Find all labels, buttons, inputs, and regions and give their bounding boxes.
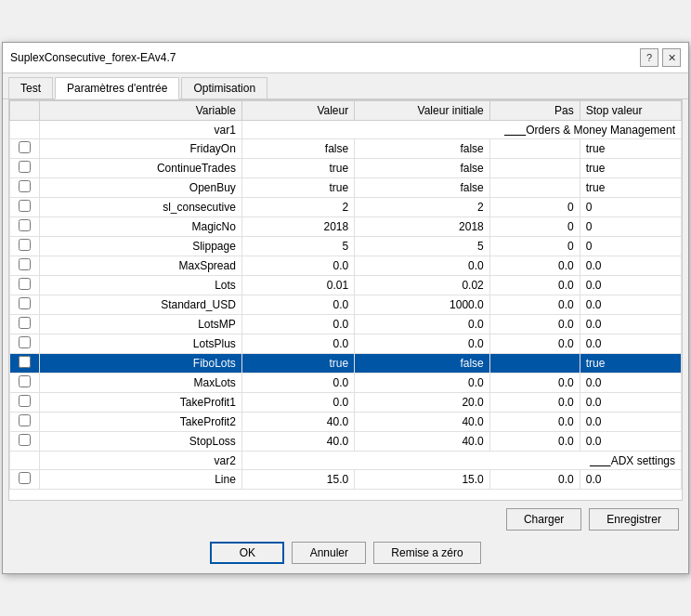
row-checkbox[interactable] [19,141,31,153]
table-row[interactable]: Lots0.010.020.00.0 [10,276,682,295]
window-title: SuplexConsecutive_forex-EAv4.7 [10,51,176,64]
row-checkbox[interactable] [19,317,31,329]
table-row[interactable]: TakeProfit10.020.00.00.0 [10,393,682,413]
row-variable: MaxLots [39,374,241,393]
row-checkbox[interactable] [19,200,31,212]
row-stop: 0.0 [580,432,681,452]
row-stop: 0.0 [580,315,681,334]
remise-a-zero-button[interactable]: Remise a zéro [373,542,480,564]
table-row[interactable]: LotsPlus0.00.00.00.0 [10,334,682,354]
row-checkbox[interactable] [19,258,31,270]
row-valeur-initiale: 2 [355,198,490,217]
row-checkbox[interactable] [19,161,31,173]
row-valeur-initiale: 0.0 [355,315,490,334]
section-header-cell: ADX settings [241,452,681,470]
row-checkbox-cell[interactable] [10,237,40,256]
row-checkbox-cell[interactable] [10,198,40,217]
row-checkbox[interactable] [19,414,31,426]
tab-test[interactable]: Test [8,77,53,98]
row-valeur: true [241,159,354,178]
row-valeur-initiale: 0.02 [355,276,490,295]
row-pas [489,178,580,198]
row-stop: 0.0 [580,256,681,276]
row-checkbox-cell[interactable] [10,217,40,237]
table-scroll-area[interactable]: Variable Valeur Valeur initiale Pas Stop… [9,100,682,500]
col-valeur-header: Valeur [241,101,354,121]
row-stop: 0 [580,237,681,256]
col-valeur-initiale-header: Valeur initiale [355,101,490,121]
row-variable: var2 [39,452,241,470]
row-checkbox[interactable] [19,180,31,192]
charger-button[interactable]: Charger [506,508,581,531]
row-checkbox-cell[interactable] [10,276,40,295]
row-checkbox-cell[interactable] [10,159,40,178]
enregistrer-button[interactable]: Enregistrer [589,508,679,531]
row-valeur-initiale: 0.0 [355,256,490,276]
row-checkbox-cell[interactable] [10,295,40,315]
row-valeur-initiale: false [355,354,490,374]
row-checkbox-cell[interactable] [10,315,40,334]
row-checkbox[interactable] [19,472,31,484]
row-pas: 0 [489,198,580,217]
table-row[interactable]: MaxSpread0.00.00.00.0 [10,256,682,276]
row-checkbox-cell[interactable] [10,354,40,374]
row-stop: 0.0 [580,413,681,432]
row-checkbox-cell[interactable] [10,139,40,159]
help-button[interactable]: ? [640,48,658,67]
table-row[interactable]: LotsMP0.00.00.00.0 [10,315,682,334]
annuler-button[interactable]: Annuler [292,542,366,564]
row-checkbox-cell[interactable] [10,432,40,452]
row-checkbox[interactable] [19,239,31,251]
col-checkbox [10,101,40,121]
row-valeur-initiale: false [355,139,490,159]
row-variable: TakeProfit1 [39,393,241,413]
row-checkbox[interactable] [19,297,31,309]
row-checkbox-cell[interactable] [10,470,40,490]
tab-optimisation[interactable]: Optimisation [181,77,267,98]
footer-buttons-row2: OK Annuler Remise a zéro [3,538,688,573]
table-row[interactable]: OpenBuytruefalsetrue [10,178,682,198]
row-checkbox[interactable] [19,356,31,368]
row-checkbox[interactable] [19,336,31,348]
row-valeur-initiale: false [355,178,490,198]
row-checkbox-cell[interactable] [10,374,40,393]
table-row[interactable]: FridayOnfalsefalsetrue [10,139,682,159]
row-valeur: 0.0 [241,256,354,276]
table-row[interactable]: sl_consecutive2200 [10,198,682,217]
row-checkbox[interactable] [19,434,31,446]
table-row[interactable]: Slippage5500 [10,237,682,256]
row-checkbox-cell[interactable] [10,334,40,354]
row-valeur: 5 [241,237,354,256]
row-checkbox-cell[interactable] [10,413,40,432]
row-variable: LotsMP [39,315,241,334]
close-button[interactable]: ✕ [662,48,681,67]
table-row[interactable]: Standard_USD0.01000.00.00.0 [10,295,682,315]
table-row[interactable]: var1 Orders & Money Management [10,121,682,139]
row-valeur: 40.0 [241,432,354,452]
row-checkbox-cell[interactable] [10,178,40,198]
table-row[interactable]: Line15.015.00.00.0 [10,470,682,490]
row-checkbox[interactable] [19,395,31,407]
table-container: Variable Valeur Valeur initiale Pas Stop… [8,99,683,501]
row-pas [489,139,580,159]
row-checkbox-cell[interactable] [10,256,40,276]
table-row[interactable]: var2 ADX settings [10,452,682,470]
table-row[interactable]: FiboLotstruefalsetrue [10,354,682,374]
table-row[interactable]: TakeProfit240.040.00.00.0 [10,413,682,432]
table-row[interactable]: StopLoss40.040.00.00.0 [10,432,682,452]
tab-parametres[interactable]: Paramètres d'entrée [55,77,179,99]
ok-button[interactable]: OK [210,542,284,564]
table-row[interactable]: MagicNo2018201800 [10,217,682,237]
row-valeur-initiale: 5 [355,237,490,256]
row-checkbox[interactable] [19,278,31,290]
row-variable: FiboLots [39,354,241,374]
table-row[interactable]: MaxLots0.00.00.00.0 [10,374,682,393]
table-row[interactable]: ContinueTradestruefalsetrue [10,159,682,178]
row-checkbox-cell[interactable] [10,393,40,413]
row-variable: Slippage [39,237,241,256]
row-valeur-initiale: 20.0 [355,393,490,413]
row-checkbox[interactable] [19,375,31,387]
title-bar: SuplexConsecutive_forex-EAv4.7 ? ✕ [3,43,688,73]
row-pas [489,354,580,374]
row-checkbox[interactable] [19,219,31,231]
